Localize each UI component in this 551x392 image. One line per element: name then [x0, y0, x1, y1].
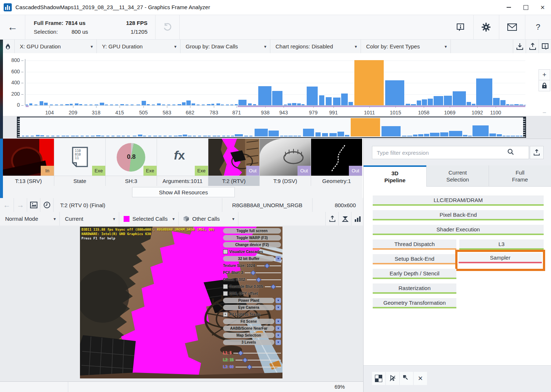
render-viewport[interactable]: D3D11 115.88 fps Vsync off (800x600), R8…	[0, 226, 363, 381]
undo-button[interactable]	[155, 15, 180, 39]
chart-bar[interactable]	[519, 105, 523, 105]
chart-bar[interactable]	[162, 105, 165, 105]
chart-bar[interactable]	[186, 100, 191, 105]
minimap-bar[interactable]	[127, 136, 130, 136]
hud-dropdown[interactable]: 32 bit Buffer▼	[223, 256, 281, 261]
chart-zoom-in-button[interactable]: +	[539, 69, 550, 81]
chart-bar[interactable]	[514, 104, 519, 105]
minimap-bar[interactable]	[418, 134, 423, 136]
resource-tile-rtv[interactable]: Out T:2 (RTV)	[208, 139, 260, 186]
minimap-bar[interactable]	[463, 135, 467, 136]
chart-bar[interactable]	[79, 104, 82, 105]
clear-selection-button[interactable]: ×	[414, 372, 427, 385]
minimap-bar[interactable]	[188, 136, 191, 136]
viewer-compare-button[interactable]	[338, 212, 351, 226]
chart-bar[interactable]	[288, 103, 291, 105]
chart-bar[interactable]	[422, 99, 427, 105]
chart-bar[interactable]	[120, 104, 124, 105]
chart-bar[interactable]	[105, 105, 108, 105]
hud-dropdown-arrow[interactable]: ▼	[276, 305, 281, 310]
region-select-button[interactable]	[400, 372, 413, 385]
minimap-bar[interactable]	[329, 133, 337, 136]
minimap-bar[interactable]	[138, 135, 142, 136]
chart-bar[interactable]	[191, 103, 195, 105]
resource-tile-geometry[interactable]: Out Geometry:1	[311, 139, 362, 186]
chart-zoom-out-button[interactable]: −	[541, 109, 548, 117]
selected-calls-dropdown[interactable]: Selected Calls ▾	[119, 212, 179, 226]
minimap-bar[interactable]	[143, 136, 146, 136]
minimap-bar[interactable]	[169, 136, 172, 136]
minimap-bar[interactable]	[81, 136, 84, 136]
notes-button[interactable]	[539, 40, 551, 53]
chart-bar[interactable]	[349, 102, 353, 105]
chart-bar[interactable]	[182, 102, 186, 105]
pipeline-block-thread-dispatch[interactable]: Thread Dispatch	[373, 239, 456, 250]
minimap-bar[interactable]	[516, 136, 519, 136]
hud-slider-knob[interactable]	[251, 270, 256, 275]
range-dropdown[interactable]: Current ▾	[60, 212, 119, 226]
minimap-bar[interactable]	[178, 135, 182, 136]
hud-dropdown-arrow[interactable]: ▼	[276, 298, 281, 303]
resource-tile-srv[interactable]: In T:13 (SRV)	[3, 139, 54, 186]
minimap-bar[interactable]	[424, 134, 429, 136]
chart-bar[interactable]	[125, 105, 128, 105]
chart-bar[interactable]	[221, 105, 224, 105]
chart-bar[interactable]	[230, 105, 233, 105]
minimap-bar[interactable]	[298, 136, 301, 136]
hud-checkbox[interactable]: ×	[223, 312, 228, 317]
minimap-bar[interactable]	[413, 135, 417, 136]
chart-bar[interactable]	[467, 102, 471, 105]
other-calls-dropdown[interactable]: Other Calls ▾	[179, 212, 238, 226]
back-button[interactable]: ←	[0, 15, 25, 39]
contact-button[interactable]	[499, 15, 525, 39]
chart-bar[interactable]	[500, 100, 506, 105]
chart-bar[interactable]	[406, 104, 410, 105]
chart-bar[interactable]	[152, 105, 155, 105]
hud-checkbox[interactable]	[223, 291, 228, 296]
minimap-bar[interactable]	[382, 126, 401, 136]
hud-dropdown[interactable]: 3 Levels▼	[223, 340, 281, 345]
pipeline-block-early-depth[interactable]: Early Depth / Stencil	[373, 269, 456, 279]
chart-bar[interactable]	[70, 104, 73, 105]
minimap-bar[interactable]	[164, 136, 167, 136]
minimap-bar[interactable]	[174, 136, 178, 136]
chart-bar[interactable]	[26, 105, 28, 105]
tab-current-selection[interactable]: Current Selection	[426, 165, 489, 187]
minimap-bar[interactable]	[511, 136, 515, 136]
pipeline-block-rasterization[interactable]: Rasterization	[373, 283, 456, 294]
minimap-bar[interactable]	[56, 136, 59, 136]
hud-dropdown-arrow[interactable]: ▼	[276, 326, 281, 331]
chart-bar[interactable]	[472, 104, 475, 105]
chart-bar[interactable]	[90, 105, 92, 105]
chart-bar[interactable]	[110, 105, 113, 105]
hud-button[interactable]: AABB/Scene NearFar	[223, 326, 274, 331]
minimap-bar[interactable]	[198, 136, 201, 136]
chart-bar[interactable]	[44, 103, 48, 105]
chart-bar[interactable]	[197, 105, 200, 105]
download-chart-button[interactable]	[513, 40, 526, 53]
chart-bar[interactable]	[29, 103, 32, 105]
hud-dropdown-arrow[interactable]: ▼	[276, 256, 281, 261]
hud-slider-track[interactable]	[247, 279, 281, 280]
hud-levelslider[interactable]: L1: 5	[223, 350, 281, 356]
chart-bar[interactable]	[65, 104, 69, 105]
feedback-button[interactable]	[448, 15, 474, 39]
hud-button[interactable]: Toggle full screen	[223, 228, 281, 234]
hud-slider-knob[interactable]	[271, 284, 276, 289]
hud-slider-track[interactable]	[265, 286, 281, 287]
minimap-bar[interactable]	[244, 136, 248, 136]
viewer-export-button[interactable]	[325, 212, 339, 226]
chart-bar[interactable]	[142, 101, 146, 105]
minimap-bar[interactable]	[62, 136, 65, 136]
minimap-bar[interactable]	[51, 136, 54, 136]
chart-bar[interactable]	[319, 95, 324, 105]
hud-slider-knob[interactable]	[247, 364, 252, 369]
chart-bar[interactable]	[292, 103, 296, 105]
chart-bar[interactable]	[167, 105, 170, 105]
minimap-bar[interactable]	[26, 136, 29, 136]
chart-bar[interactable]	[453, 91, 466, 105]
minimap-bar[interactable]	[106, 136, 109, 136]
minimap-bar[interactable]	[133, 136, 136, 136]
chart-bar[interactable]	[302, 104, 304, 105]
resource-tile-arguments[interactable]: fx Exe Arguments:1011	[157, 139, 208, 186]
